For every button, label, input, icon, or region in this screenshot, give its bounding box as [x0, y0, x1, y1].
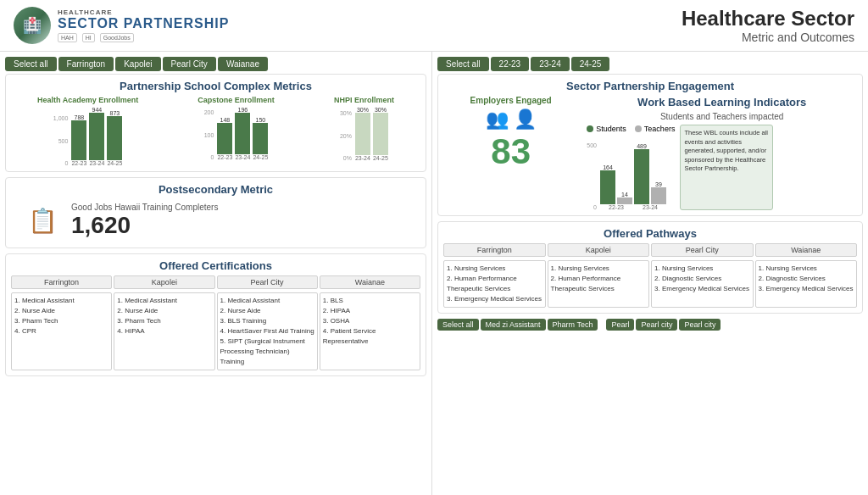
- capstone-bars: 148 22-23 196 23-24 15: [217, 107, 268, 160]
- cert-cols: 1. Medical Assistant2. Nurse Aide3. Phar…: [11, 292, 420, 370]
- postsecondary-section: Postsecondary Metric 📋 Good Jobs Hawaii …: [5, 177, 426, 248]
- path-header-kapolei: Kapolei: [548, 243, 650, 257]
- right-tab-24-25[interactable]: 24-25: [571, 57, 610, 71]
- bar-wrapper: 30% 24-25: [373, 107, 388, 161]
- partnership-metrics-section: Partnership School Complex Metrics Healt…: [5, 74, 426, 172]
- capstone-chart: Capstone Enrollment 200 100 0 148: [198, 96, 275, 166]
- bar-wrapper: 788 22-23: [71, 114, 86, 166]
- right-nav: Select all 22-23 23-24 24-25: [437, 57, 863, 71]
- wbl-subtitle: Students and Teachers impacted: [587, 112, 857, 121]
- bar-wrapper: 944 23-24: [89, 107, 104, 166]
- path-col-pearl: 1. Nursing Services2. Diagnostic Service…: [651, 260, 754, 308]
- certifications-section: Offered Certifications Farrington Kapole…: [5, 253, 426, 376]
- clipboard-icon: 📋: [28, 207, 58, 235]
- health-academy-chart: Health Academy Enrollment 1,000 500 0: [37, 96, 138, 166]
- partnership-metrics-title: Partnership School Complex Metrics: [11, 80, 420, 92]
- path-header-farrington: Farrington: [443, 243, 546, 257]
- bottom-tab-select-all[interactable]: Select all: [437, 319, 479, 331]
- bar-wrapper: 196 23-24: [235, 107, 250, 160]
- students-bar: [634, 149, 649, 204]
- org-title: SECTOR PARTNERSHIP: [58, 16, 229, 31]
- wbl-section: Work Based Learning Indicators Students …: [587, 96, 857, 210]
- bar-2223: [71, 120, 86, 160]
- wbl-title: Work Based Learning Indicators: [587, 96, 857, 108]
- left-tab-select-all[interactable]: Select all: [5, 57, 57, 71]
- left-tab-farrington[interactable]: Farrington: [58, 57, 114, 71]
- engagement-left: Employers Engaged 👥 👤 83: [443, 96, 578, 170]
- left-nav: Select all Farrington Kapolei Pearl City…: [5, 57, 426, 71]
- teachers-bar-2223: 14: [617, 136, 632, 204]
- wbl-content: Students Teachers 500: [587, 125, 857, 210]
- bottom-nav-area: Select all Med zi Assistant Pharm Tech P…: [437, 319, 863, 333]
- wbl-legend: Students Teachers: [587, 125, 675, 133]
- cert-header-pearl: Pearl City: [217, 275, 318, 289]
- logo-circle: 🏥: [14, 7, 51, 44]
- bar-2324: [235, 113, 250, 154]
- logo-area: 🏥 HEALTHCARE SECTOR PARTNERSHIP HAH HI G…: [14, 7, 229, 44]
- cert-header-farrington: Farrington: [11, 275, 112, 289]
- pathways-section: Offered Pathways Farrington Kapolei Pear…: [437, 221, 863, 314]
- bottom-tab-pearl[interactable]: Pearl: [606, 319, 634, 331]
- nhpi-y-axis: 30% 20% 0%: [340, 110, 352, 161]
- health-academy-label: Health Academy Enrollment: [37, 96, 138, 104]
- health-bars: 788 22-23 944 23-24: [71, 107, 122, 166]
- partner3: GoodJobs: [100, 33, 134, 42]
- title-sub: Metric and Outcomes: [682, 31, 854, 44]
- students-dot: [587, 125, 593, 132]
- wbl-chart-area: Students Teachers 500: [587, 125, 675, 210]
- bar-wrapper: 148 22-23: [217, 117, 232, 160]
- bar-2223: [217, 123, 232, 154]
- partner-logos: HAH HI GoodJobs: [58, 33, 229, 42]
- bar-2324: [89, 113, 104, 160]
- bottom-right-nav: Pearl Pearl city Pearl city: [606, 319, 721, 331]
- teachers-bar: [617, 197, 632, 204]
- bar-wrapper: 150 24-25: [253, 117, 268, 160]
- bottom-tab-pearl-city-1[interactable]: Pearl city: [636, 319, 677, 331]
- legend-students: Students: [587, 125, 626, 133]
- header-title: Healthcare Sector Metric and Outcomes: [682, 7, 854, 44]
- title-main: Healthcare Sector: [682, 7, 854, 31]
- path-col-waianae: 1. Nursing Services2. Diagnostic Service…: [755, 260, 858, 308]
- nhpi-chart: NHPI Enrollment 30% 20% 0% 30%: [334, 96, 394, 166]
- students-bar-2223: 164: [600, 136, 615, 204]
- engagement-title: Sector Partnership Engagement: [443, 80, 857, 92]
- right-tab-22-23[interactable]: 22-23: [491, 57, 530, 71]
- right-tab-select-all[interactable]: Select all: [437, 57, 489, 71]
- employer-icons: 👥 👤: [443, 108, 578, 131]
- teachers-bar-2324: 39: [651, 136, 666, 204]
- right-tab-23-24[interactable]: 23-24: [531, 57, 570, 71]
- bottom-tab-pharm-tech[interactable]: Pharm Tech: [548, 319, 598, 331]
- pathways-title: Offered Pathways: [443, 227, 857, 240]
- bottom-tab-pearl-city-2[interactable]: Pearl city: [679, 319, 721, 331]
- students-bar: [600, 170, 615, 204]
- postsecondary-content: 📋 Good Jobs Hawaii Training Completers 1…: [11, 199, 420, 242]
- path-col-farrington: 1. Nursing Services2. Human Performance …: [443, 260, 546, 308]
- employers-label: Employers Engaged: [443, 96, 578, 105]
- bar-2425: [107, 116, 122, 160]
- left-tab-pearl-city[interactable]: Pearl City: [163, 57, 216, 71]
- cert-col-farrington: 1. Medical Assistant2. Nurse Aide3. Phar…: [11, 292, 112, 370]
- wbl-note: These WBL counts include all events and …: [680, 125, 773, 210]
- people-icon: 👥: [486, 108, 509, 131]
- main-content: Select all Farrington Kapolei Pearl City…: [0, 52, 868, 495]
- cert-title: Offered Certifications: [11, 259, 420, 272]
- legend-teachers: Teachers: [635, 125, 676, 133]
- left-tab-waianae[interactable]: Waianae: [218, 57, 268, 71]
- bottom-tab-med-zi[interactable]: Med zi Assistant: [481, 319, 546, 331]
- bottom-left-nav: Select all Med zi Assistant Pharm Tech: [437, 319, 598, 331]
- wbl-charts: 500 0 164: [587, 136, 675, 210]
- cert-headers: Farrington Kapolei Pearl City Waianae: [11, 275, 420, 289]
- partner1: HAH: [58, 33, 77, 42]
- postsecondary-text: Good Jobs Hawaii Training Completers 1,6…: [71, 203, 218, 239]
- left-panel: Select all Farrington Kapolei Pearl City…: [0, 52, 432, 495]
- org-subtitle: HEALTHCARE: [58, 8, 229, 16]
- pathway-headers: Farrington Kapolei Pearl City Waianae: [443, 243, 857, 257]
- nhpi-bars: 30% 23-24 30% 24-25: [355, 107, 388, 161]
- teachers-bar: [651, 187, 666, 204]
- left-tab-kapolei[interactable]: Kapolei: [115, 57, 160, 71]
- wbl-group-2324: 489 39 23-24: [634, 136, 666, 210]
- engagement-section: Sector Partnership Engagement Employers …: [437, 74, 863, 216]
- people-icon2: 👤: [514, 108, 537, 131]
- capstone-label: Capstone Enrollment: [198, 96, 275, 104]
- cert-header-kapolei: Kapolei: [114, 275, 214, 289]
